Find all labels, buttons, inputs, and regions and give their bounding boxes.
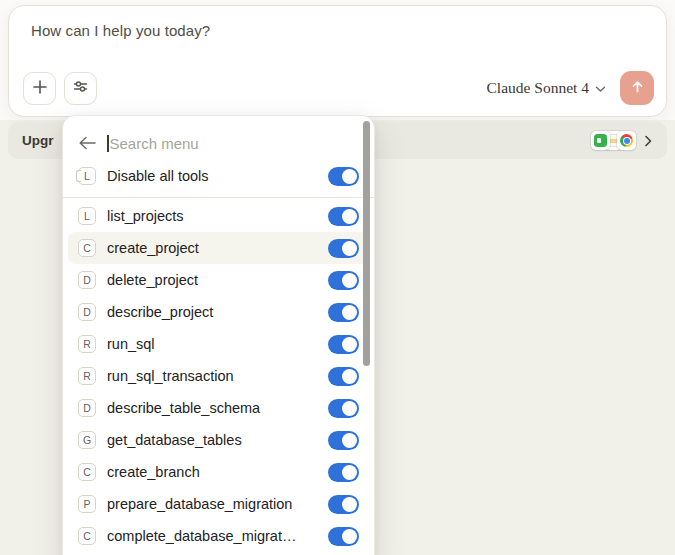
tool-toggle[interactable] [328,303,359,322]
tool-label: describe_project [107,304,317,320]
tool-badge: C [78,239,96,257]
tool-toggle[interactable] [328,271,359,290]
text-caret [107,135,109,152]
tool-toggle[interactable] [328,239,359,258]
chat-composer[interactable]: How can I help you today? Claude Sonnet … [8,5,667,117]
disable-all-tools-toggle[interactable] [328,167,359,186]
tool-toggle[interactable] [328,367,359,386]
model-selector[interactable]: Claude Sonnet 4 [487,79,606,97]
tool-row[interactable]: C create_project [68,232,369,264]
tool-label: get_database_tables [107,432,317,448]
tool-row[interactable]: P prepare_database_migration [68,488,369,520]
tool-badge: D [78,303,96,321]
tool-badge: C [78,527,96,545]
tool-toggle[interactable] [328,399,359,418]
menu-scrollbar-thumb[interactable] [363,121,370,366]
send-button[interactable] [620,71,654,105]
tool-toggle[interactable] [328,495,359,514]
tool-row[interactable]: D delete_project [68,264,369,296]
connected-app-tiles [591,131,636,150]
tool-row[interactable]: C create_branch [68,456,369,488]
tool-badge: R [78,335,96,353]
composer-placeholder[interactable]: How can I help you today? [31,22,210,39]
search-input[interactable] [110,135,360,152]
sliders-icon [72,78,89,98]
tool-label: create_branch [107,464,317,480]
back-arrow-icon[interactable] [78,136,96,150]
plus-icon [32,79,48,98]
menu-search-row[interactable] [63,126,374,160]
tools-settings-button[interactable] [64,72,97,105]
tool-badge: L [78,207,96,225]
composer-toolbar: Claude Sonnet 4 [23,71,654,105]
model-selector-label: Claude Sonnet 4 [487,79,589,97]
tool-label: complete_database_migrat… [107,528,317,544]
tool-badge: D [78,271,96,289]
menu-divider [63,197,374,198]
chevron-right-icon[interactable] [641,134,655,148]
tool-row[interactable]: L list_projects [68,200,369,232]
tool-toggle[interactable] [328,431,359,450]
tool-label: delete_project [107,272,317,288]
green-app-icon [591,131,610,150]
tool-label: create_project [107,240,317,256]
tool-toggle[interactable] [328,463,359,482]
attach-plus-button[interactable] [23,72,56,105]
tool-label: prepare_database_migration [107,496,317,512]
chrome-icon [617,131,636,150]
tool-row[interactable]: C complete_database_migrat… [68,520,369,552]
tool-label: run_sql [107,336,317,352]
tool-row[interactable]: R run_sql [68,328,369,360]
arrow-up-icon [630,79,645,97]
tool-row[interactable]: D describe_table_schema [68,392,369,424]
tool-badge: C [78,463,96,481]
tool-badge: L [78,167,96,185]
disable-all-tools-row[interactable]: L Disable all tools [68,160,369,192]
chevron-down-icon [595,79,606,97]
tool-toggle[interactable] [328,527,359,546]
tool-row[interactable]: R run_sql_transaction [68,360,369,392]
tool-badge: R [78,367,96,385]
tool-list: L list_projects C create_project D delet… [63,200,374,552]
tool-label: list_projects [107,208,317,224]
tool-toggle[interactable] [328,207,359,226]
disable-all-tools-label: Disable all tools [107,168,317,184]
tool-row[interactable]: G get_database_tables [68,424,369,456]
tools-menu: L Disable all tools L list_projects C cr… [62,115,375,555]
banner-apps [591,131,655,150]
tool-label: describe_table_schema [107,400,317,416]
upgrade-banner-text: Upgr [22,133,54,148]
tool-badge: P [78,495,96,513]
tool-row[interactable]: D describe_project [68,296,369,328]
tool-badge: D [78,399,96,417]
tool-label: run_sql_transaction [107,368,317,384]
tool-toggle[interactable] [328,335,359,354]
tool-badge: G [78,431,96,449]
